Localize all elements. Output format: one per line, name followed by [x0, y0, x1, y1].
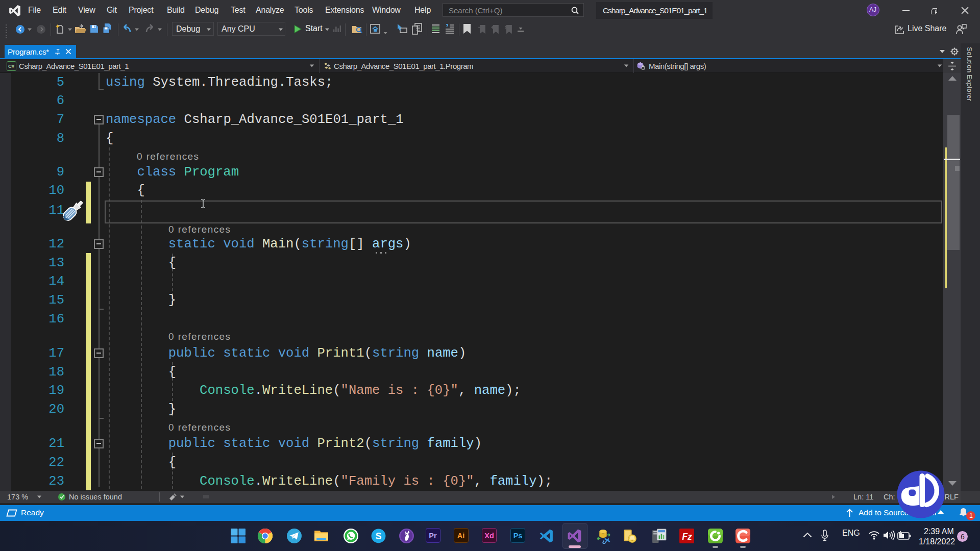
- svg-text:Fz: Fz: [682, 532, 692, 542]
- svg-text:S: S: [376, 531, 382, 541]
